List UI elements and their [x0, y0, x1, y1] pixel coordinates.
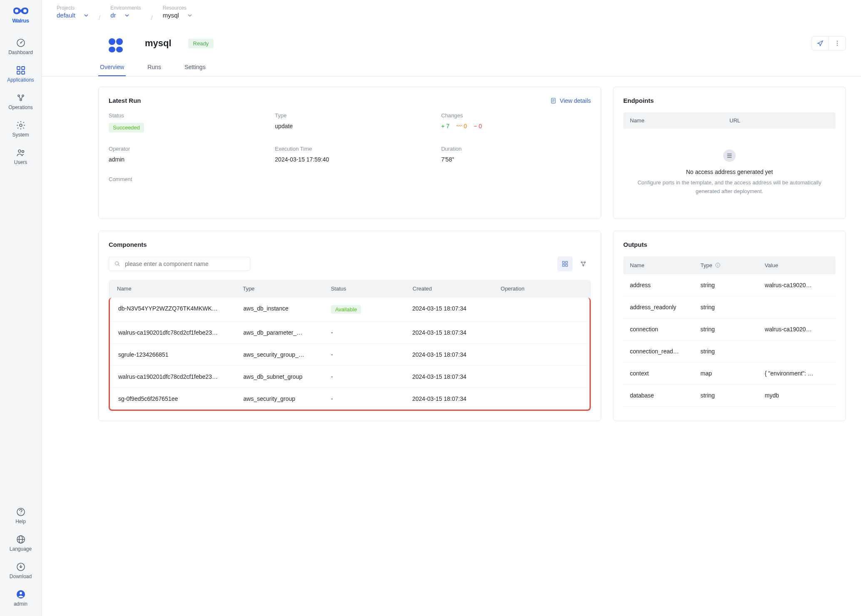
tab-settings[interactable]: Settings [183, 59, 207, 76]
svg-point-0 [15, 9, 18, 12]
tab-runs[interactable]: Runs [146, 59, 163, 76]
more-actions-button[interactable] [829, 37, 846, 50]
applications-icon [16, 65, 26, 75]
components-card: Components [98, 231, 601, 421]
svg-point-25 [116, 47, 123, 52]
sidebar-item-language[interactable]: Language [0, 530, 41, 556]
table-row[interactable]: walrus-ca190201dfc78cd2cf1febe23… aws_db… [110, 322, 590, 344]
endpoints-empty-state: No access address generated yet Configur… [623, 137, 836, 209]
component-search[interactable] [109, 257, 250, 271]
svg-point-44 [583, 265, 584, 266]
header-actions [811, 36, 846, 50]
table-row[interactable]: database string mydb [623, 385, 836, 407]
table-row[interactable]: connection string walrus-ca19020… [623, 318, 836, 340]
table-row[interactable]: address_readonly string [623, 296, 836, 318]
table-row[interactable]: db-N3V54YYP2WZZQ76TK4MKWK… aws_db_instan… [110, 298, 590, 322]
operator-label: Operator [109, 146, 258, 152]
operator-value: admin [109, 156, 258, 163]
table-view-button[interactable] [557, 256, 572, 271]
breadcrumb-resources[interactable]: Resources mysql [163, 5, 192, 19]
main-content: Projects default / Environments dr / Res… [42, 0, 861, 616]
chevron-down-icon [187, 13, 192, 18]
svg-point-22 [109, 38, 115, 45]
endpoints-card: Endpoints Name URL No access address gen… [613, 87, 846, 219]
run-status-badge: Succeeded [109, 123, 144, 132]
empty-title: No access address generated yet [632, 169, 827, 175]
graph-view-button[interactable] [576, 256, 591, 271]
page-header: mysql Ready [42, 21, 861, 59]
svg-point-10 [20, 99, 22, 101]
breadcrumb-separator: / [99, 5, 100, 21]
svg-rect-39 [565, 261, 567, 263]
chevron-down-icon [124, 13, 129, 18]
help-icon [16, 507, 26, 517]
svg-point-1 [23, 9, 27, 12]
search-input[interactable] [125, 261, 245, 267]
type-label: Type [275, 112, 424, 119]
sidebar-item-admin[interactable]: admin [0, 585, 41, 611]
sidebar-item-operations[interactable]: Operations [0, 89, 41, 114]
breadcrumb-separator: / [151, 5, 153, 21]
brand-text: Walrus [12, 17, 30, 24]
sidebar-item-applications[interactable]: Applications [0, 61, 41, 87]
graph-icon [580, 261, 587, 267]
sidebar-item-dashboard[interactable]: Dashboard [0, 34, 41, 60]
svg-rect-4 [17, 67, 20, 70]
chevron-down-icon [84, 13, 89, 18]
svg-point-12 [18, 150, 21, 152]
components-table-header: Name Type Status Created Operation [109, 280, 591, 298]
tab-overview[interactable]: Overview [98, 59, 126, 76]
sidebar: Walrus Dashboard Applications Operations… [0, 0, 42, 616]
svg-point-42 [581, 261, 582, 263]
table-row[interactable]: address string walrus-ca19020… [623, 274, 836, 296]
table-row[interactable]: sgrule-1234266851 aws_security_group_… -… [110, 344, 590, 366]
download-icon [16, 562, 26, 572]
app-type-icon [107, 36, 125, 55]
svg-rect-6 [17, 71, 20, 74]
table-row[interactable]: connection_read… string [623, 340, 836, 363]
walrus-logo-icon [12, 5, 30, 17]
breadcrumb-projects[interactable]: Projects default [57, 5, 89, 19]
comment-label: Comment [109, 176, 591, 182]
execution-time-label: Execution Time [275, 146, 424, 152]
outputs-title: Outputs [623, 241, 836, 248]
table-row[interactable]: walrus-ca190201dfc78cd2cf1febe23… aws_db… [110, 366, 590, 388]
endpoints-table-header: Name URL [623, 112, 836, 129]
sidebar-item-system[interactable]: System [0, 116, 41, 142]
table-row[interactable]: context map { "environment": … [623, 363, 836, 385]
breadcrumb: Projects default / Environments dr / Res… [42, 0, 861, 21]
svg-line-37 [118, 265, 119, 266]
view-details-link[interactable]: View details [550, 97, 591, 104]
logo[interactable]: Walrus [12, 3, 30, 24]
sidebar-item-help[interactable]: Help [0, 503, 41, 529]
components-title: Components [109, 241, 591, 248]
status-label: Status [109, 112, 258, 119]
minus-icon: − [473, 123, 477, 129]
empty-state-icon [723, 149, 736, 162]
dashboard-icon [16, 38, 26, 48]
execution-time-value: 2024-03-15 17:59:40 [275, 156, 424, 163]
svg-rect-7 [22, 71, 25, 74]
svg-point-11 [20, 124, 22, 127]
breadcrumb-environments[interactable]: Environments dr [110, 5, 141, 19]
components-table-body: db-N3V54YYP2WZZQ76TK4MKWK… aws_db_instan… [109, 298, 591, 411]
svg-point-9 [22, 95, 24, 97]
info-icon[interactable] [715, 262, 721, 268]
svg-point-47 [717, 264, 718, 264]
grid-icon [562, 261, 568, 267]
sidebar-item-users[interactable]: Users [0, 144, 41, 169]
duration-value: 7'58" [441, 156, 591, 163]
table-row[interactable]: sg-0f9ed5c6f267651ee aws_security_group … [110, 388, 590, 410]
user-circle-icon [16, 589, 26, 599]
sidebar-item-download[interactable]: Download [0, 558, 41, 584]
send-icon [817, 40, 824, 47]
changes-value: +7 〰0 −0 [441, 123, 591, 129]
changes-label: Changes [441, 112, 591, 119]
deploy-button[interactable] [812, 37, 829, 50]
svg-rect-41 [565, 264, 567, 266]
page-title: mysql [145, 38, 172, 49]
search-icon [114, 261, 121, 267]
status-badge: Ready [188, 39, 214, 48]
document-icon [550, 97, 557, 104]
status-badge: Available [331, 305, 361, 314]
